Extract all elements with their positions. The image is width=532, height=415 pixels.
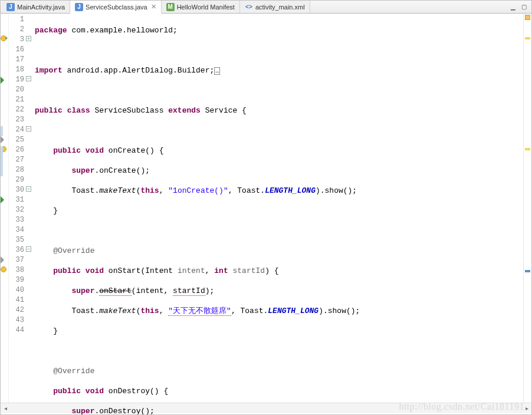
xml-file-icon: <> <box>245 3 253 11</box>
scroll-left-icon[interactable]: ◂ <box>1 405 10 411</box>
line-number: 38 <box>9 266 25 276</box>
tab-servicesubclass[interactable]: J ServiceSubclass.java ✕ <box>70 1 162 14</box>
line-number: 32 <box>9 206 25 216</box>
tab-label: MainActivity.java <box>17 4 65 11</box>
line-number: 17 <box>9 55 25 65</box>
tab-label: ServiceSubclass.java <box>86 4 147 11</box>
tab-activitymain[interactable]: <> activity_main.xml <box>240 1 310 13</box>
line-number: 20 <box>9 85 25 95</box>
line-number: 31 <box>9 196 25 206</box>
line-number: 36 <box>9 246 25 256</box>
close-icon[interactable]: ✕ <box>151 3 156 11</box>
minimize-button[interactable]: ▁ <box>511 4 515 10</box>
line-number: 23 <box>9 116 25 126</box>
override-marker-icon <box>1 136 4 143</box>
task-marker-icon[interactable] <box>525 270 530 272</box>
tab-label: activity_main.xml <box>255 4 305 11</box>
code-editor: + 1 2 3 16 17 18 19 20 21 22 23 24 25 26… <box>1 14 531 403</box>
line-number: 37 <box>9 256 25 266</box>
line-number: 26 <box>9 146 25 156</box>
line-number: 22 <box>9 106 25 116</box>
line-number: 43 <box>9 316 25 326</box>
fold-collapse-icon[interactable]: − <box>26 246 31 252</box>
folded-import-icon[interactable]: … <box>214 67 220 75</box>
problems-indicator-icon[interactable] <box>525 15 530 20</box>
expand-import-icon[interactable]: + <box>5 35 12 43</box>
fold-collapse-icon[interactable]: − <box>26 126 31 131</box>
line-number: 30 <box>9 186 25 196</box>
java-file-icon: J <box>75 3 83 11</box>
line-number: 40 <box>9 286 25 296</box>
override-marker-icon <box>1 77 4 84</box>
code-area[interactable]: package com.example.helloworld; import a… <box>32 14 523 403</box>
change-marker-icon <box>1 166 3 176</box>
line-number: 1 <box>9 15 25 25</box>
fold-ruler[interactable]: + − − − − <box>25 14 32 403</box>
line-number: 33 <box>9 216 25 226</box>
override-marker-icon <box>1 256 4 264</box>
line-number: 18 <box>9 65 25 75</box>
tab-mainactivity[interactable]: J MainActivity.java <box>2 1 70 13</box>
tab-manifest[interactable]: M HelloWorld Manifest <box>162 1 240 13</box>
line-number: 29 <box>9 176 25 186</box>
line-number: 39 <box>9 276 25 286</box>
warning-marker-icon[interactable] <box>525 37 530 39</box>
line-number: 25 <box>9 136 25 146</box>
line-number-ruler[interactable]: 1 2 3 16 17 18 19 20 21 22 23 24 25 26 2… <box>9 14 25 403</box>
task-marker-icon[interactable] <box>1 266 6 272</box>
line-number: 41 <box>9 296 25 306</box>
editor-tabbar: J MainActivity.java J ServiceSubclass.ja… <box>1 1 531 14</box>
overview-ruler[interactable] <box>523 14 531 403</box>
change-marker-icon <box>1 146 3 156</box>
fold-collapse-icon[interactable]: − <box>26 76 31 81</box>
line-number: 2 <box>9 25 25 35</box>
fold-expand-icon[interactable]: + <box>26 36 31 41</box>
change-marker-icon <box>1 126 3 136</box>
line-number: 24 <box>9 126 25 136</box>
line-number: 34 <box>9 226 25 236</box>
maximize-button[interactable]: ▢ <box>521 4 527 10</box>
line-number: 44 <box>9 326 25 336</box>
line-number: 35 <box>9 236 25 246</box>
scroll-right-icon[interactable]: ▸ <box>522 405 531 411</box>
window-controls: ▁ ▢ <box>506 1 531 13</box>
line-number: 42 <box>9 306 25 316</box>
tab-label: HelloWorld Manifest <box>177 4 235 11</box>
java-file-icon: J <box>6 3 15 11</box>
warning-marker-icon[interactable] <box>525 148 530 150</box>
line-number: 28 <box>9 166 25 176</box>
line-number: 21 <box>9 95 25 106</box>
line-number: 16 <box>9 45 25 55</box>
change-marker-icon <box>1 156 3 166</box>
fold-collapse-icon[interactable]: − <box>26 186 31 192</box>
marker-ruler: + <box>1 14 9 403</box>
line-number: 19 <box>9 75 25 85</box>
manifest-file-icon: M <box>166 3 175 11</box>
line-number: 27 <box>9 156 25 166</box>
override-marker-icon <box>1 196 4 203</box>
